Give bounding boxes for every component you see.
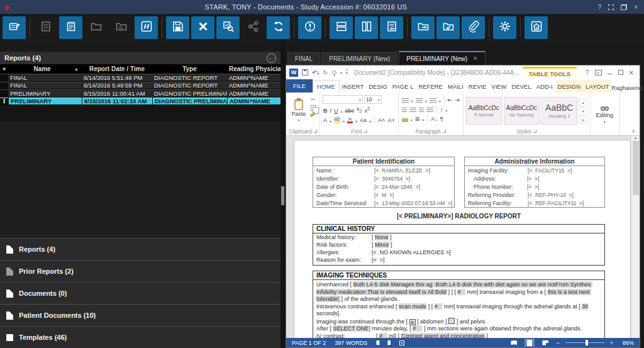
touch-mode-dropdown-icon[interactable]: ▾ bbox=[340, 70, 342, 75]
redo-icon[interactable]: ↻ bbox=[323, 69, 328, 76]
column-header-date[interactable]: Report Date / Time bbox=[82, 65, 152, 72]
account-menu[interactable]: Raghavend...▾ bbox=[611, 83, 644, 93]
styles-dialog-launcher[interactable] bbox=[533, 130, 536, 133]
home-upload-button[interactable] bbox=[525, 16, 548, 39]
accordion-item-prior-reports[interactable]: Prior Reports (2) bbox=[0, 260, 280, 282]
grow-font-button[interactable]: A˄ bbox=[378, 117, 385, 123]
word-maximize-button[interactable] bbox=[618, 70, 623, 75]
font-size-combo[interactable]: 10▾ bbox=[364, 95, 382, 104]
ribbon-tab-addins[interactable]: ADD-I bbox=[534, 80, 555, 93]
template-field[interactable]: 30 bbox=[582, 303, 588, 310]
tab-preliminary-2-active[interactable]: PRELIMINARY (New)✕ bbox=[399, 51, 485, 65]
highlight-color-button[interactable]: ab bbox=[334, 117, 340, 123]
document-return-button[interactable] bbox=[380, 16, 403, 39]
template-field[interactable]: Contrast agent and concentration bbox=[401, 333, 485, 339]
customize-qat-icon[interactable]: ▾ bbox=[346, 70, 348, 75]
column-header-type[interactable]: Type bbox=[152, 65, 227, 72]
panel-splitter[interactable] bbox=[280, 42, 286, 348]
align-left-icon[interactable] bbox=[402, 108, 407, 113]
document-page[interactable]: Patient Identification Name:[< RAMIRA, E… bbox=[294, 140, 631, 338]
template-field[interactable]: None bbox=[375, 234, 389, 240]
collapse-panel-button[interactable]: ← bbox=[267, 53, 276, 63]
word-count[interactable]: 397 WORDS bbox=[335, 340, 367, 346]
scrollbar-thumb[interactable] bbox=[633, 141, 639, 195]
paste-button[interactable]: Paste▾ bbox=[289, 94, 309, 127]
maximize-button[interactable] bbox=[608, 4, 614, 10]
shading-icon[interactable] bbox=[402, 118, 408, 122]
read-mode-button[interactable] bbox=[509, 339, 519, 347]
template-field[interactable]: # bbox=[457, 289, 465, 295]
clipboard-dialog-launcher[interactable] bbox=[314, 130, 317, 133]
styles-more[interactable]: ▾ bbox=[579, 116, 587, 124]
template-field[interactable]: # bbox=[413, 325, 422, 332]
ribbon-tab-file[interactable]: FILE bbox=[286, 79, 313, 93]
bullets-icon[interactable] bbox=[402, 98, 409, 103]
scroll-up-icon[interactable]: ▲ bbox=[634, 136, 638, 140]
ribbon-tab-mailings[interactable]: MAILI bbox=[445, 80, 466, 93]
collapse-ribbon-icon[interactable]: ∧ bbox=[631, 128, 635, 134]
ribbon-tab-references[interactable]: REFERE bbox=[416, 80, 445, 93]
font-color-button[interactable]: A bbox=[347, 117, 353, 123]
italic-button[interactable]: I bbox=[330, 108, 332, 114]
zoom-level[interactable]: 86% bbox=[619, 340, 634, 346]
checkbox-field[interactable]: × bbox=[409, 319, 416, 325]
ribbon-options-icon[interactable]: ▴ bbox=[595, 70, 602, 76]
text-effects-button[interactable]: A bbox=[323, 117, 327, 123]
zoom-slider[interactable] bbox=[565, 342, 604, 343]
accordion-item-templates[interactable]: Templates (46) bbox=[0, 326, 280, 348]
zoom-slider-thumb[interactable] bbox=[586, 340, 588, 345]
report-notepad-button[interactable] bbox=[59, 16, 82, 39]
copy-icon[interactable] bbox=[311, 105, 316, 111]
word-help-button[interactable]: ? bbox=[586, 69, 589, 76]
justify-icon[interactable] bbox=[426, 108, 433, 113]
superscript-button[interactable]: x2 bbox=[365, 106, 370, 114]
word-close-button[interactable]: ✕ bbox=[629, 69, 634, 76]
strikethrough-button[interactable]: abc bbox=[345, 108, 355, 114]
subscript-button[interactable]: x2 bbox=[357, 106, 362, 114]
web-layout-button[interactable] bbox=[540, 339, 550, 347]
tab-preliminary-1[interactable]: PRELIMINARY (New) bbox=[321, 52, 397, 65]
template-field[interactable]: # bbox=[379, 333, 387, 339]
table-row[interactable]: FINAL 6/14/2016 5:51:49 PM DIAGNOSTIC RE… bbox=[0, 74, 280, 82]
ribbon-tab-view[interactable]: VIEW bbox=[489, 80, 509, 93]
accordion-item-documents[interactable]: Documents (0) bbox=[0, 282, 280, 304]
split-horizontal-button[interactable] bbox=[330, 16, 353, 39]
sort-icon[interactable]: A↓ bbox=[431, 116, 438, 122]
close-button[interactable]: × bbox=[634, 4, 638, 11]
editing-button[interactable]: Editing ▾ bbox=[593, 94, 616, 135]
decrease-indent-icon[interactable]: ⇤ bbox=[448, 97, 453, 103]
line-spacing-icon[interactable]: ↕ bbox=[440, 106, 443, 113]
share-button[interactable] bbox=[242, 16, 265, 39]
undo-icon[interactable]: ↶▾ bbox=[312, 69, 319, 76]
delete-button[interactable] bbox=[191, 16, 214, 39]
style-heading1[interactable]: AaBbC Heading 1 bbox=[541, 97, 577, 125]
page-indicator[interactable]: PAGE 1 OF 2 bbox=[292, 340, 326, 346]
accordion-item-reports[interactable]: Reports (4) bbox=[0, 238, 280, 260]
settings-button[interactable] bbox=[493, 16, 516, 39]
style-no-spacing[interactable]: AaBbCcDc No Spacing bbox=[504, 97, 540, 125]
ribbon-tab-page-layout[interactable]: PAGE L bbox=[390, 80, 416, 93]
align-center-icon[interactable] bbox=[409, 108, 416, 113]
save-button[interactable] bbox=[166, 16, 189, 39]
zoom-in-button[interactable]: + bbox=[610, 340, 613, 346]
table-row-selected[interactable]: I PRELIMINARY 6/15/2016 11:02:33 AM DIAG… bbox=[0, 98, 280, 106]
column-header-name[interactable]: Name▲ bbox=[8, 65, 82, 72]
ribbon-tab-tabletools-layout[interactable]: LAYOUT bbox=[583, 80, 611, 93]
template-field[interactable]: SELECT ONE bbox=[333, 325, 369, 332]
verify-search-button[interactable] bbox=[216, 16, 240, 39]
touch-mode-icon[interactable] bbox=[332, 70, 336, 75]
ribbon-tab-design[interactable]: DESIG bbox=[366, 80, 390, 93]
ribbon-tab-review[interactable]: REVIE bbox=[466, 80, 489, 93]
align-right-icon[interactable] bbox=[419, 108, 424, 113]
change-case-button[interactable]: Aa bbox=[360, 117, 367, 123]
open-folder-button[interactable] bbox=[84, 16, 108, 39]
borders-icon[interactable]: ⊞ bbox=[415, 116, 420, 122]
print-layout-button[interactable] bbox=[525, 339, 535, 347]
style-normal[interactable]: AaBbCcDc ¶ Normal bbox=[466, 97, 502, 125]
folder-check-button[interactable] bbox=[436, 16, 460, 39]
folder-export-button[interactable] bbox=[411, 16, 435, 39]
table-row[interactable]: FINAL 6/14/2016 5:49:59 PM DIAGNOSTIC RE… bbox=[0, 82, 280, 90]
proofing-icon[interactable] bbox=[376, 340, 391, 345]
checkbox-field[interactable] bbox=[448, 318, 455, 324]
template-field[interactable]: scan mode bbox=[399, 303, 426, 310]
